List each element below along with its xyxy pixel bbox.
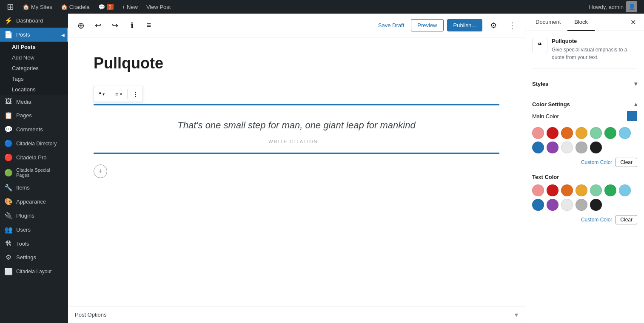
sidebar-item-comments[interactable]: 💬 Comments — [0, 122, 68, 136]
block-type-button[interactable]: ❝ ▾ — [95, 87, 108, 101]
text-color-yellow[interactable] — [576, 184, 587, 196]
sidebar-all-posts[interactable]: All Posts — [0, 42, 68, 52]
wp-logo-item[interactable]: ⊞ — [3, 0, 17, 14]
text-color-blue[interactable] — [532, 199, 544, 211]
sidebar-item-citadela-directory[interactable]: 🔵 Citadela Directory — [0, 136, 68, 150]
color-dark[interactable] — [590, 142, 602, 153]
sidebar-item-dashboard[interactable]: ⚡ Dashboard — [0, 14, 68, 28]
text-color-mint[interactable] — [590, 184, 602, 196]
styles-section: Styles ▾ — [532, 77, 637, 91]
sidebar-item-settings[interactable]: ⚙ Settings — [0, 250, 68, 264]
text-color-green[interactable] — [604, 184, 616, 196]
more-block-options-button[interactable]: ⋮ — [129, 87, 142, 101]
main-color-row: Main Color — [532, 111, 637, 121]
color-yellow[interactable] — [576, 127, 587, 139]
align-chevron: ▾ — [120, 92, 122, 96]
color-settings-header[interactable]: Color Settings ▴ — [532, 97, 637, 111]
info-button[interactable]: ℹ — [124, 18, 140, 33]
clear-text-color-button[interactable]: Clear — [616, 215, 637, 224]
color-pink[interactable] — [532, 127, 544, 139]
text-color-light-gray[interactable] — [561, 199, 573, 211]
pro-icon: 🔴 — [4, 153, 13, 162]
sidebar-item-tools[interactable]: 🛠 Tools — [0, 237, 68, 250]
comments-count: 0 — [107, 4, 114, 10]
sidebar-item-citadela-pro[interactable]: 🔴 Citadela Pro — [0, 150, 68, 164]
color-light-gray[interactable] — [561, 142, 573, 153]
new-item[interactable]: + New — [119, 0, 141, 14]
toolbar-right: Save Draft Preview Publish... ⚙ ⋮ — [375, 18, 520, 33]
color-light-blue[interactable] — [619, 127, 631, 139]
settings-button[interactable]: ⚙ — [486, 18, 501, 33]
color-blue[interactable] — [532, 142, 544, 153]
sidebar-pro-label: Citadela Pro — [16, 154, 47, 161]
color-settings-chevron-icon: ▴ — [634, 101, 637, 108]
publish-button[interactable]: Publish... — [447, 19, 482, 31]
pullquote-text[interactable]: That's one small step for man, one giant… — [102, 118, 491, 132]
sidebar-item-plugins[interactable]: 🔌 Plugins — [0, 209, 68, 223]
sidebar-locations[interactable]: Locations — [0, 84, 68, 95]
panel-close-button[interactable]: ✕ — [625, 14, 641, 30]
all-posts-label: All Posts — [12, 44, 36, 50]
home-icon: 🏠 — [23, 4, 29, 10]
sidebar-item-media[interactable]: 🖼 Media — [0, 95, 68, 108]
add-block-button[interactable]: ⊕ — [73, 18, 88, 33]
text-color-dark[interactable] — [590, 199, 602, 211]
sidebar-item-users[interactable]: 👥 Users — [0, 223, 68, 237]
tab-block[interactable]: Block — [567, 14, 595, 31]
text-color-light-blue[interactable] — [619, 184, 631, 196]
align-button[interactable]: ≡ ▾ — [112, 87, 125, 101]
sidebar-item-pages[interactable]: 📋 Pages — [0, 108, 68, 122]
text-color-label: Text Color — [532, 174, 637, 180]
clear-main-color-button[interactable]: Clear — [616, 158, 637, 167]
sidebar-item-items[interactable]: 🔧 Items — [0, 181, 68, 195]
main-color-active-swatch[interactable] — [627, 111, 637, 121]
text-color-pink[interactable] — [532, 184, 544, 196]
color-purple[interactable] — [547, 142, 559, 153]
styles-section-header[interactable]: Styles ▾ — [532, 77, 637, 91]
sidebar-item-appearance[interactable]: 🎨 Appearance — [0, 195, 68, 209]
post-options-bar[interactable]: Post Options ▾ — [68, 306, 525, 323]
add-block-inline-button[interactable]: + — [94, 164, 107, 178]
comments-item[interactable]: 💬 0 — [95, 0, 117, 14]
view-post-item[interactable]: View Post — [143, 0, 174, 14]
sidebar-item-citadela-special[interactable]: 🟢 Citadela Special Pages — [0, 164, 68, 181]
posts-submenu: All Posts Add New Categories Tags Locati… — [0, 42, 68, 95]
custom-color-link[interactable]: Custom Color — [581, 159, 612, 165]
preview-button[interactable]: Preview — [411, 19, 443, 31]
styles-chevron-icon: ▾ — [634, 80, 637, 87]
color-mint[interactable] — [590, 127, 602, 139]
post-title[interactable]: Pullquote — [94, 54, 499, 72]
more-options-button[interactable]: ⋮ — [504, 18, 520, 33]
pullquote-citation[interactable]: WRITE CITATION... — [102, 139, 491, 144]
block-info-title: Pullquote — [552, 38, 637, 44]
color-medium-gray[interactable] — [576, 142, 587, 153]
redo-button[interactable]: ↪ — [107, 18, 123, 33]
my-sites-item[interactable]: 🏠 My Sites — [19, 0, 56, 14]
site-name-item[interactable]: 🏠 Citadela — [57, 0, 93, 14]
tab-document[interactable]: Document — [529, 14, 567, 31]
sidebar-categories[interactable]: Categories — [0, 63, 68, 74]
text-color-purple[interactable] — [547, 199, 559, 211]
color-red[interactable] — [547, 127, 559, 139]
sidebar-directory-label: Citadela Directory — [16, 141, 57, 147]
text-color-orange[interactable] — [561, 184, 573, 196]
undo-button[interactable]: ↩ — [90, 18, 105, 33]
sidebar: ⚡ Dashboard 📄 Posts ◀ All Posts Add New … — [0, 14, 68, 323]
list-icon: ≡ — [147, 21, 151, 30]
color-orange[interactable] — [561, 127, 573, 139]
sidebar-add-new[interactable]: Add New — [0, 52, 68, 63]
howdy-item[interactable]: Howdy, admin 👤 — [586, 1, 641, 12]
list-view-button[interactable]: ≡ — [141, 18, 157, 33]
wp-logo-icon: ⊞ — [7, 2, 14, 12]
color-green[interactable] — [604, 127, 616, 139]
save-draft-button[interactable]: Save Draft — [375, 20, 407, 30]
sidebar-item-posts[interactable]: 📄 Posts ◀ — [0, 28, 68, 42]
text-custom-color-link[interactable]: Custom Color — [581, 217, 612, 223]
panel-tabs: Document Block ✕ — [525, 14, 644, 31]
site-name-label: Citadela — [69, 4, 90, 10]
text-color-medium-gray[interactable] — [576, 199, 587, 211]
main-color-actions: Custom Color Clear — [532, 158, 637, 167]
sidebar-tags[interactable]: Tags — [0, 74, 68, 84]
sidebar-item-citadela-layout[interactable]: ⬜ Citadela Layout — [0, 264, 68, 278]
text-color-red[interactable] — [547, 184, 559, 196]
